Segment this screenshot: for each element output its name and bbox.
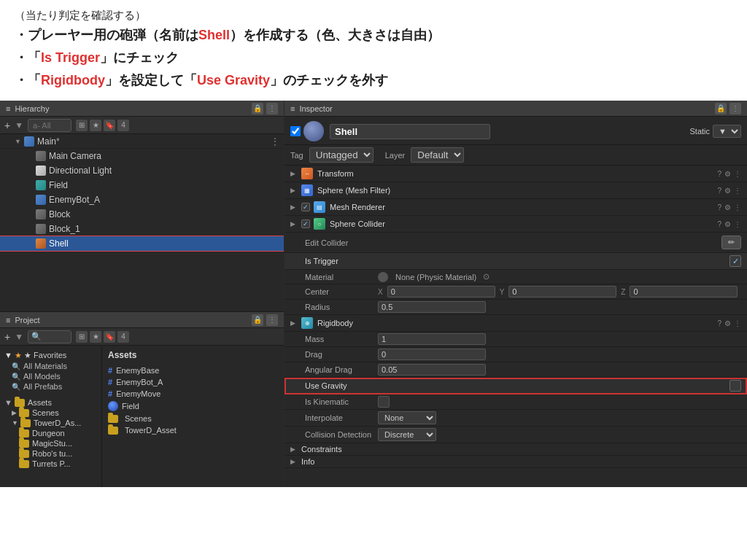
assets-scenes[interactable]: ▶ Scenes [0, 408, 101, 418]
favorites-materials[interactable]: 🔍 All Materials [0, 361, 101, 371]
mesh-filter-menu-icon[interactable]: ⋮ [734, 187, 741, 195]
favorites-section: ▼ ★ ★ Favorites [0, 350, 101, 361]
hierarchy-menu-icon[interactable]: ⋮ [266, 103, 278, 114]
center-z-input[interactable] [630, 286, 738, 298]
instruction-line3: ・「Is Trigger」にチェック [15, 48, 732, 68]
interpolate-select[interactable]: None [378, 411, 436, 424]
material-label: Material [305, 273, 378, 281]
inspector-hamburger-icon: ≡ [290, 104, 295, 113]
left-panel: ≡ Hierarchy 🔒 ⋮ + ▼ ⊞ ★ 🔖 4 [0, 101, 285, 487]
project-icon2[interactable]: ★ [90, 331, 101, 343]
asset-enemybota[interactable]: # EnemyBot_A [108, 376, 278, 388]
component-mesh-renderer[interactable]: ▶ ▤ Mesh Renderer ? ⚙ ⋮ [285, 199, 747, 216]
project-hamburger-icon: ≡ [6, 316, 10, 324]
favorites-prefabs[interactable]: 🔍 All Prefabs [0, 381, 101, 392]
hierarchy-item-main[interactable]: ▼ Main* ⋮ [0, 134, 284, 149]
sphere-collider-menu-icon[interactable]: ⋮ [734, 220, 741, 228]
hierarchy-search-input[interactable] [28, 119, 71, 132]
use-gravity-checkbox[interactable] [729, 380, 741, 392]
inspector-lock-icon[interactable]: 🔒 [715, 103, 727, 114]
component-transform[interactable]: ▶ ↔ Transform ? ⚙ ⋮ [285, 166, 747, 182]
mesh-renderer-settings-icon[interactable]: ⚙ [724, 203, 731, 211]
transform-menu-icon[interactable]: ⋮ [734, 170, 741, 178]
is-trigger-checkbox[interactable] [729, 255, 741, 267]
static-dropdown[interactable]: ▼ [713, 125, 741, 138]
mesh-filter-settings-icon[interactable]: ⚙ [724, 187, 731, 195]
favorites-models[interactable]: 🔍 All Models [0, 371, 101, 381]
component-mesh-filter[interactable]: ▶ ▦ Sphere (Mesh Filter) ? ⚙ ⋮ [285, 182, 747, 199]
angular-drag-label: Angular Drag [305, 365, 378, 374]
project-add-button[interactable]: + [4, 331, 10, 343]
info-row[interactable]: ▶ Info [285, 456, 747, 468]
rigidbody-menu-icon[interactable]: ⋮ [734, 319, 741, 327]
asset-field[interactable]: Field [108, 400, 278, 413]
assets-robos[interactable]: Robo's tu... [0, 448, 101, 459]
assets-magicstu[interactable]: MagicStu... [0, 438, 101, 448]
collision-select[interactable]: Discrete [378, 428, 436, 441]
hierarchy-item-shell[interactable]: Shell [0, 236, 284, 251]
rigidbody-settings-icon[interactable]: ⚙ [724, 319, 731, 327]
edit-collider-button[interactable]: ✏ [721, 236, 741, 249]
instruction-line1: （当たり判定を確認する） [15, 9, 732, 23]
assets-dungeon[interactable]: Dungeon [0, 428, 101, 438]
hierarchy-view-icon[interactable]: 🔖 [104, 120, 115, 131]
hierarchy-item-field[interactable]: Field [0, 178, 284, 192]
hierarchy-list: ▼ Main* ⋮ Main Camera Directional Light [0, 134, 284, 311]
mesh-renderer-checkbox[interactable] [301, 203, 310, 211]
hierarchy-sort-icon[interactable]: ★ [90, 120, 101, 131]
angular-drag-input[interactable] [378, 364, 486, 376]
material-none-icon [378, 272, 388, 282]
mass-input[interactable] [378, 333, 486, 345]
assets-root[interactable]: ▼ Assets [0, 397, 101, 408]
project-icon3[interactable]: 🔖 [104, 331, 115, 343]
asset-enemymove[interactable]: # EnemyMove [108, 388, 278, 400]
mesh-filter-help-icon[interactable]: ? [717, 187, 721, 195]
radius-input[interactable] [378, 301, 486, 313]
mesh-renderer-label: Mesh Renderer [330, 203, 717, 211]
mesh-renderer-help-icon[interactable]: ? [717, 203, 721, 211]
assets-turrets[interactable]: Turrets P... [0, 459, 101, 469]
project-search-input[interactable]: 🔍 [28, 330, 71, 343]
transform-settings-icon[interactable]: ⚙ [724, 170, 731, 178]
hierarchy-item-directional-light[interactable]: Directional Light [0, 163, 284, 178]
project-lock-icon[interactable]: 🔒 [252, 314, 263, 326]
drag-input[interactable] [378, 349, 486, 360]
sphere-collider-help-icon[interactable]: ? [717, 220, 721, 228]
component-sphere-collider[interactable]: ▶ ○ Sphere Collider ? ⚙ ⋮ [285, 216, 747, 233]
asset-scenes-folder[interactable]: Scenes [108, 413, 278, 424]
tag-select[interactable]: Untagged [309, 147, 374, 163]
hierarchy-item-block1[interactable]: Block_1 [0, 222, 284, 236]
component-rigidbody[interactable]: ▶ ⊕ Rigidbody ? ⚙ ⋮ [285, 315, 747, 332]
asset-enemybase[interactable]: # EnemyBase [108, 365, 278, 376]
center-x-input[interactable] [387, 286, 495, 298]
mesh-renderer-menu-icon[interactable]: ⋮ [734, 203, 741, 211]
hierarchy-extra-icon[interactable]: 4 [117, 120, 129, 131]
object-enabled-checkbox[interactable] [290, 126, 301, 136]
rigidbody-help-icon[interactable]: ? [717, 319, 721, 327]
project-icon4[interactable]: 4 [117, 331, 129, 343]
material-settings-icon[interactable]: ⊙ [481, 272, 491, 282]
center-y-input[interactable] [508, 286, 616, 298]
layer-select[interactable]: Default [411, 147, 464, 163]
constraints-row[interactable]: ▶ Constraints [285, 443, 747, 456]
hierarchy-lock-icon[interactable]: 🔒 [252, 103, 263, 114]
assets-towerd[interactable]: ▼ TowerD_As... [0, 418, 101, 428]
hierarchy-item-main-camera[interactable]: Main Camera [0, 149, 284, 163]
project-icon1[interactable]: ⊞ [76, 331, 88, 343]
hierarchy-item-block[interactable]: Block [0, 207, 284, 222]
transform-help-icon[interactable]: ? [717, 170, 721, 178]
scenes-folder-icon [19, 409, 29, 417]
main-context-menu-icon[interactable]: ⋮ [271, 136, 279, 147]
sphere-collider-checkbox[interactable] [301, 219, 310, 228]
object-name-input[interactable] [330, 124, 490, 139]
magicstu-folder-icon [19, 440, 29, 448]
static-label: Static [689, 127, 710, 136]
inspector-menu-icon[interactable]: ⋮ [729, 103, 741, 114]
is-kinematic-checkbox[interactable] [378, 396, 390, 408]
hierarchy-item-enemybot[interactable]: EnemyBot_A [0, 192, 284, 207]
asset-towerd-folder[interactable]: TowerD_Asset [108, 424, 278, 436]
hierarchy-add-button[interactable]: + [4, 120, 10, 131]
hierarchy-filter-icon[interactable]: ⊞ [76, 120, 88, 131]
sphere-collider-settings-icon[interactable]: ⚙ [724, 220, 731, 228]
project-menu-icon[interactable]: ⋮ [266, 314, 278, 326]
